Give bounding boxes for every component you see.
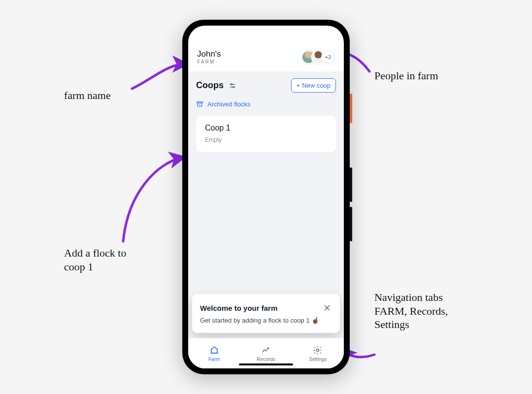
svg-point-9 [317, 349, 319, 351]
coops-heading: Coops [196, 80, 224, 91]
farm-label: FARM [197, 59, 221, 65]
gesture-bar [239, 363, 293, 365]
trend-icon [261, 345, 271, 355]
welcome-toast: Welcome to your farm Get started by addi… [192, 294, 340, 333]
svg-point-1 [231, 84, 233, 85]
plus-icon: + [297, 82, 300, 89]
annotation-tabs: Navigation tabs FARM, Records, Settings [374, 291, 448, 331]
tab-farm[interactable]: Farm [188, 338, 240, 368]
archived-label: Archived flocks [207, 100, 250, 108]
archive-icon [196, 100, 203, 108]
farm-name: John's [197, 49, 221, 59]
tab-settings[interactable]: Settings [292, 338, 344, 368]
coop-status: Empty [205, 136, 327, 143]
coop-name: Coop 1 [205, 124, 327, 132]
farm-title[interactable]: John's FARM [197, 49, 221, 65]
filter-icon[interactable] [229, 82, 236, 90]
home-icon [209, 345, 219, 355]
status-bar [188, 26, 344, 47]
tab-settings-label: Settings [309, 357, 327, 362]
phone-frame: John's FARM +2 Coops [182, 20, 350, 374]
svg-rect-4 [197, 102, 202, 103]
people-more-badge: +2 [321, 50, 335, 64]
new-coop-label: New coop [302, 82, 331, 89]
tab-farm-label: Farm [208, 357, 220, 362]
coop-card[interactable]: Coop 1 Empty [196, 116, 336, 152]
close-icon[interactable] [322, 303, 332, 313]
archived-flocks-link[interactable]: Archived flocks [196, 100, 336, 108]
people-chips[interactable]: +2 [301, 50, 335, 64]
toast-body: Get started by adding a flock to coop 1 … [200, 317, 332, 324]
annotation-people: People in farm [374, 69, 438, 83]
tab-records-label: Records [257, 357, 275, 362]
new-coop-button[interactable]: + New coop [291, 78, 336, 93]
annotation-farm-name: farm name [64, 89, 111, 102]
app-header: John's FARM +2 [188, 47, 344, 71]
svg-point-3 [233, 86, 234, 88]
app-screen: John's FARM +2 Coops [188, 26, 344, 368]
toast-title: Welcome to your farm [200, 304, 277, 312]
gear-icon [313, 345, 323, 355]
annotation-add-flock: Add a flock to coop 1 [64, 246, 126, 273]
